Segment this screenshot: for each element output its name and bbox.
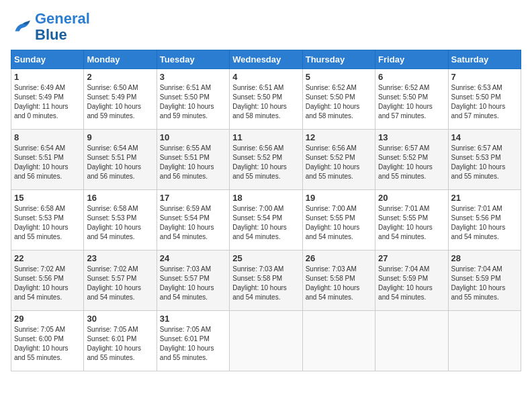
calendar-cell: 5Sunrise: 6:52 AMSunset: 5:50 PMDaylight… (302, 69, 375, 130)
calendar-cell: 12Sunrise: 6:56 AMSunset: 5:52 PMDayligh… (302, 130, 375, 190)
day-info: Sunrise: 6:54 AMSunset: 5:51 PMDaylight:… (87, 144, 153, 181)
day-number: 14 (451, 132, 518, 142)
calendar-cell: 16Sunrise: 6:58 AMSunset: 5:53 PMDayligh… (84, 190, 157, 250)
day-info: Sunrise: 7:03 AMSunset: 5:58 PMDaylight:… (306, 265, 372, 302)
day-info: Sunrise: 6:52 AMSunset: 5:50 PMDaylight:… (306, 83, 372, 121)
day-info: Sunrise: 6:56 AMSunset: 5:52 PMDaylight:… (232, 144, 299, 181)
day-number: 5 (306, 72, 372, 82)
day-number: 7 (451, 72, 518, 82)
calendar-cell (230, 311, 302, 371)
calendar-cell: 13Sunrise: 6:57 AMSunset: 5:52 PMDayligh… (375, 130, 448, 190)
day-number: 22 (14, 253, 81, 263)
calendar-cell: 18Sunrise: 7:00 AMSunset: 5:54 PMDayligh… (230, 190, 302, 250)
calendar-cell: 4Sunrise: 6:51 AMSunset: 5:50 PMDaylight… (230, 69, 302, 130)
day-info: Sunrise: 7:02 AMSunset: 5:56 PMDaylight:… (14, 265, 81, 302)
day-info: Sunrise: 7:05 AMSunset: 6:01 PMDaylight:… (87, 325, 153, 363)
day-number: 18 (232, 193, 299, 203)
calendar-cell: 11Sunrise: 6:56 AMSunset: 5:52 PMDayligh… (230, 130, 302, 190)
calendar-cell (375, 311, 448, 371)
day-info: Sunrise: 6:51 AMSunset: 5:50 PMDaylight:… (232, 83, 299, 121)
column-header-friday: Friday (375, 50, 448, 69)
page-header: GeneralBlue (11, 11, 521, 43)
calendar-week-4: 22Sunrise: 7:02 AMSunset: 5:56 PMDayligh… (11, 250, 521, 311)
calendar-cell: 29Sunrise: 7:05 AMSunset: 6:00 PMDayligh… (11, 311, 84, 371)
calendar-cell: 26Sunrise: 7:03 AMSunset: 5:58 PMDayligh… (302, 250, 375, 311)
calendar-header-row: SundayMondayTuesdayWednesdayThursdayFrid… (11, 50, 521, 69)
day-info: Sunrise: 6:59 AMSunset: 5:54 PMDaylight:… (160, 204, 226, 242)
day-info: Sunrise: 6:54 AMSunset: 5:51 PMDaylight:… (14, 144, 81, 181)
calendar-cell: 2Sunrise: 6:50 AMSunset: 5:49 PMDaylight… (84, 69, 157, 130)
calendar-table: SundayMondayTuesdayWednesdayThursdayFrid… (11, 50, 521, 371)
logo: GeneralBlue (11, 11, 90, 43)
calendar-cell: 20Sunrise: 7:01 AMSunset: 5:55 PMDayligh… (375, 190, 448, 250)
calendar-cell: 23Sunrise: 7:02 AMSunset: 5:57 PMDayligh… (84, 250, 157, 311)
calendar-week-2: 8Sunrise: 6:54 AMSunset: 5:51 PMDaylight… (11, 130, 521, 190)
calendar-cell: 30Sunrise: 7:05 AMSunset: 6:01 PMDayligh… (84, 311, 157, 371)
day-info: Sunrise: 6:57 AMSunset: 5:52 PMDaylight:… (378, 144, 445, 181)
day-info: Sunrise: 6:53 AMSunset: 5:50 PMDaylight:… (451, 83, 518, 121)
calendar-cell: 28Sunrise: 7:04 AMSunset: 5:59 PMDayligh… (448, 250, 521, 311)
calendar-cell: 24Sunrise: 7:03 AMSunset: 5:57 PMDayligh… (157, 250, 229, 311)
day-number: 3 (160, 72, 226, 82)
calendar-cell: 25Sunrise: 7:03 AMSunset: 5:58 PMDayligh… (230, 250, 302, 311)
day-number: 19 (306, 193, 372, 203)
calendar-cell: 1Sunrise: 6:49 AMSunset: 5:49 PMDaylight… (11, 69, 84, 130)
column-header-sunday: Sunday (11, 50, 84, 69)
day-number: 25 (232, 253, 299, 263)
day-info: Sunrise: 6:49 AMSunset: 5:49 PMDaylight:… (14, 83, 81, 121)
day-info: Sunrise: 7:05 AMSunset: 6:00 PMDaylight:… (14, 325, 81, 363)
day-info: Sunrise: 7:01 AMSunset: 5:55 PMDaylight:… (378, 204, 445, 242)
logo-icon (11, 16, 32, 38)
day-number: 8 (14, 132, 81, 142)
calendar-cell: 9Sunrise: 6:54 AMSunset: 5:51 PMDaylight… (84, 130, 157, 190)
day-number: 31 (160, 314, 226, 324)
day-number: 11 (232, 132, 299, 142)
day-number: 21 (451, 193, 518, 203)
calendar-cell (302, 311, 375, 371)
day-info: Sunrise: 7:00 AMSunset: 5:54 PMDaylight:… (232, 204, 299, 242)
day-number: 9 (87, 132, 153, 142)
calendar-cell: 7Sunrise: 6:53 AMSunset: 5:50 PMDaylight… (448, 69, 521, 130)
day-info: Sunrise: 7:03 AMSunset: 5:57 PMDaylight:… (160, 265, 226, 302)
day-number: 26 (306, 253, 372, 263)
day-info: Sunrise: 7:05 AMSunset: 6:01 PMDaylight:… (160, 325, 226, 363)
calendar-cell: 19Sunrise: 7:00 AMSunset: 5:55 PMDayligh… (302, 190, 375, 250)
calendar-cell (448, 311, 521, 371)
day-number: 27 (378, 253, 445, 263)
day-number: 4 (232, 72, 299, 82)
day-number: 17 (160, 193, 226, 203)
calendar-week-5: 29Sunrise: 7:05 AMSunset: 6:00 PMDayligh… (11, 311, 521, 371)
day-number: 20 (378, 193, 445, 203)
calendar-week-1: 1Sunrise: 6:49 AMSunset: 5:49 PMDaylight… (11, 69, 521, 130)
day-info: Sunrise: 6:51 AMSunset: 5:50 PMDaylight:… (160, 83, 226, 121)
day-info: Sunrise: 6:57 AMSunset: 5:53 PMDaylight:… (451, 144, 518, 181)
day-info: Sunrise: 6:58 AMSunset: 5:53 PMDaylight:… (14, 204, 81, 242)
calendar-cell: 31Sunrise: 7:05 AMSunset: 6:01 PMDayligh… (157, 311, 229, 371)
column-header-saturday: Saturday (448, 50, 521, 69)
day-number: 30 (87, 314, 153, 324)
column-header-thursday: Thursday (302, 50, 375, 69)
calendar-cell: 15Sunrise: 6:58 AMSunset: 5:53 PMDayligh… (11, 190, 84, 250)
day-number: 29 (14, 314, 81, 324)
day-info: Sunrise: 6:58 AMSunset: 5:53 PMDaylight:… (87, 204, 153, 242)
day-number: 24 (160, 253, 226, 263)
calendar-cell: 8Sunrise: 6:54 AMSunset: 5:51 PMDaylight… (11, 130, 84, 190)
column-header-monday: Monday (84, 50, 157, 69)
day-number: 6 (378, 72, 445, 82)
day-number: 1 (14, 72, 81, 82)
calendar-cell: 14Sunrise: 6:57 AMSunset: 5:53 PMDayligh… (448, 130, 521, 190)
day-info: Sunrise: 6:55 AMSunset: 5:51 PMDaylight:… (160, 144, 226, 181)
calendar-week-3: 15Sunrise: 6:58 AMSunset: 5:53 PMDayligh… (11, 190, 521, 250)
calendar-cell: 17Sunrise: 6:59 AMSunset: 5:54 PMDayligh… (157, 190, 229, 250)
day-info: Sunrise: 6:52 AMSunset: 5:50 PMDaylight:… (378, 83, 445, 121)
column-header-wednesday: Wednesday (230, 50, 302, 69)
day-number: 28 (451, 253, 518, 263)
day-number: 13 (378, 132, 445, 142)
calendar-cell: 21Sunrise: 7:01 AMSunset: 5:56 PMDayligh… (448, 190, 521, 250)
day-info: Sunrise: 7:00 AMSunset: 5:55 PMDaylight:… (306, 204, 372, 242)
calendar-cell: 27Sunrise: 7:04 AMSunset: 5:59 PMDayligh… (375, 250, 448, 311)
day-info: Sunrise: 6:56 AMSunset: 5:52 PMDaylight:… (306, 144, 372, 181)
day-info: Sunrise: 7:04 AMSunset: 5:59 PMDaylight:… (378, 265, 445, 302)
day-number: 12 (306, 132, 372, 142)
calendar-cell: 22Sunrise: 7:02 AMSunset: 5:56 PMDayligh… (11, 250, 84, 311)
